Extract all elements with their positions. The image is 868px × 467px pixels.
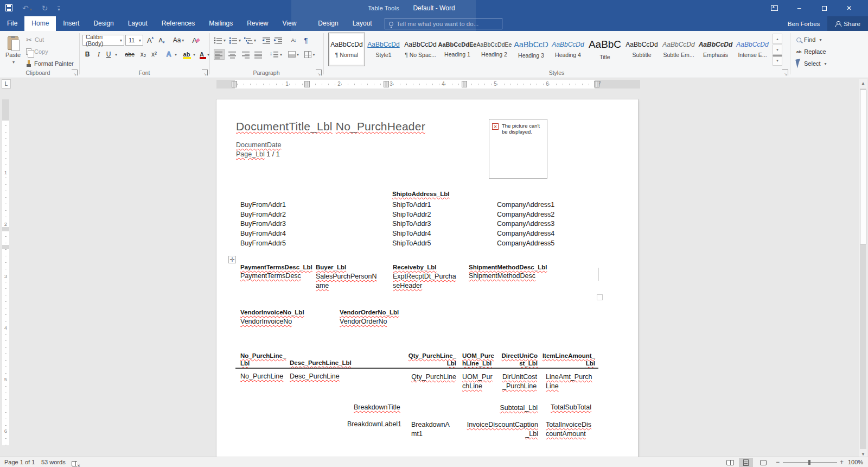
scroll-up-button[interactable]: ▲ — [859, 79, 867, 88]
style-subtle-emphasis[interactable]: AaBbCcDdSubtle Em... — [660, 33, 697, 66]
select-button[interactable]: Select ▾ — [796, 58, 827, 69]
style-subtitle[interactable]: AaBbCcDdSubtitle — [623, 33, 660, 66]
shrink-font-button[interactable]: A▾ — [157, 35, 167, 46]
ribbon-display-options-button[interactable] — [762, 0, 787, 16]
style-heading1[interactable]: AaBbCcDdEeHeading 1 — [439, 33, 476, 66]
tab-home[interactable]: Home — [24, 16, 56, 31]
clear-formatting-button[interactable]: A — [190, 35, 202, 46]
text-effects-dropdown[interactable]: ▾ — [173, 49, 178, 60]
align-right-button[interactable] — [240, 49, 251, 60]
tell-me-box[interactable]: Tell me what you want to do... — [385, 18, 502, 29]
tab-view[interactable]: View — [276, 16, 304, 31]
web-layout-button[interactable] — [756, 458, 770, 467]
font-dialog-launcher[interactable] — [202, 70, 208, 75]
zoom-level[interactable]: 100% — [848, 457, 863, 467]
format-painter-button[interactable]: Format Painter — [26, 58, 74, 69]
subscript-button[interactable]: x₂ — [138, 49, 149, 60]
page-indicator[interactable]: Page 1 of 1 — [4, 457, 35, 467]
font-name-combo[interactable]: Calibri (Body) ▾ — [82, 35, 124, 46]
table-column-marker[interactable] — [232, 81, 237, 87]
tab-table-design[interactable]: Design — [311, 16, 345, 31]
multilevel-list-button[interactable]: ▾ — [244, 35, 256, 46]
find-button[interactable]: Find ▾ — [796, 34, 821, 45]
table-column-marker[interactable] — [462, 81, 467, 87]
document-page[interactable]: DocumentTitle_Lbl No_PurchHeader Documen… — [216, 99, 638, 457]
table-column-marker[interactable] — [384, 81, 389, 87]
show-formatting-button[interactable]: ¶ — [302, 35, 310, 46]
broken-picture-placeholder[interactable]: ✕ The picture can't be displayed. — [489, 119, 547, 179]
style-title[interactable]: AaBbCTitle — [586, 33, 623, 66]
justify-button[interactable] — [253, 49, 264, 60]
strikethrough-button[interactable]: abc — [123, 49, 137, 60]
table-row-marker[interactable] — [2, 227, 9, 231]
style-emphasis[interactable]: AaBbCcDdEmphasis — [697, 33, 734, 66]
style-heading4[interactable]: AaBbCcDdHeading 4 — [550, 33, 586, 66]
tab-layout[interactable]: Layout — [121, 16, 155, 31]
bullets-button[interactable]: ▾ — [214, 35, 226, 46]
restore-button[interactable] — [812, 0, 837, 16]
save-button[interactable] — [5, 4, 12, 12]
replace-button[interactable]: ab Replace — [796, 46, 826, 57]
cut-button[interactable]: ✂ Cut — [26, 34, 44, 45]
tab-stop-selector[interactable]: L — [2, 79, 11, 89]
scrollbar-thumb[interactable] — [860, 90, 866, 244]
word-count[interactable]: 53 words — [41, 457, 66, 467]
tab-insert[interactable]: Insert — [56, 16, 86, 31]
underline-dropdown[interactable]: ▾ — [113, 49, 118, 60]
undo-button[interactable]: ↶▾ — [22, 4, 32, 12]
vertical-scrollbar[interactable]: ▲ ▼ — [859, 79, 867, 457]
table-move-handle[interactable]: ✛ — [228, 256, 236, 263]
table-column-marker[interactable] — [304, 81, 310, 87]
scroll-down-button[interactable]: ▼ — [859, 450, 867, 457]
decrease-indent-button[interactable] — [261, 35, 271, 46]
change-case-button[interactable]: Aa▾ — [171, 35, 186, 46]
styles-dialog-launcher[interactable] — [782, 70, 788, 75]
table-resize-handle[interactable] — [597, 294, 603, 300]
minimize-button[interactable]: – — [787, 0, 812, 16]
highlight-button[interactable]: ab — [181, 49, 192, 60]
underline-button[interactable]: U — [104, 49, 113, 60]
numbering-button[interactable]: ▾ — [229, 35, 241, 46]
clipboard-dialog-launcher[interactable] — [72, 70, 78, 75]
read-mode-button[interactable] — [723, 458, 737, 467]
style-heading2[interactable]: AaBbCcDdEeHeading 2 — [476, 33, 513, 66]
paragraph-dialog-launcher[interactable] — [316, 70, 322, 75]
italic-button[interactable]: I — [94, 49, 103, 60]
tab-review[interactable]: Review — [240, 16, 275, 31]
tab-file[interactable]: File — [0, 16, 24, 31]
proofing-errors-button[interactable] — [72, 459, 79, 467]
redo-button[interactable]: ↻ — [42, 4, 48, 12]
align-center-button[interactable] — [227, 49, 238, 60]
style-style1[interactable]: AaBbCcDdStyle1 — [365, 33, 402, 66]
tab-references[interactable]: References — [155, 16, 202, 31]
styles-scroll-down-button[interactable]: ▼ — [773, 45, 782, 55]
superscript-button[interactable]: x² — [149, 49, 159, 60]
zoom-slider-thumb[interactable] — [808, 460, 810, 465]
zoom-out-button[interactable]: − — [776, 457, 780, 467]
paste-button[interactable]: Paste ▾ — [2, 33, 24, 71]
align-left-button[interactable] — [214, 49, 225, 60]
bold-button[interactable]: B — [82, 49, 92, 60]
style-heading3[interactable]: AaBbCcDHeading 3 — [513, 33, 550, 66]
borders-button[interactable]: ▾ — [303, 49, 317, 60]
share-button[interactable]: Share — [827, 16, 868, 31]
table-row-marker[interactable] — [2, 245, 9, 249]
increase-indent-button[interactable] — [273, 35, 283, 46]
zoom-in-button[interactable]: + — [840, 457, 844, 467]
highlight-dropdown[interactable]: ▾ — [191, 49, 196, 60]
tab-design[interactable]: Design — [86, 16, 120, 31]
print-layout-button[interactable] — [739, 458, 753, 467]
table-column-marker[interactable] — [594, 81, 599, 87]
font-size-combo[interactable]: 11 ▾ — [125, 35, 143, 46]
copy-button[interactable]: Copy — [26, 46, 48, 57]
tab-mailings[interactable]: Mailings — [202, 16, 240, 31]
close-button[interactable]: ✕ — [837, 0, 861, 16]
line-spacing-button[interactable]: ▾ — [269, 49, 283, 60]
scrollbar-track[interactable] — [860, 89, 866, 449]
sort-button[interactable]: A↓ — [288, 35, 299, 46]
signed-in-user[interactable]: Ben Forbes — [780, 21, 827, 27]
grow-font-button[interactable]: A▴ — [145, 35, 155, 46]
customize-qat-button[interactable]: ▾ — [58, 4, 60, 12]
styles-gallery-more-button[interactable]: ▼ — [773, 55, 782, 66]
tab-table-layout[interactable]: Layout — [346, 16, 379, 31]
